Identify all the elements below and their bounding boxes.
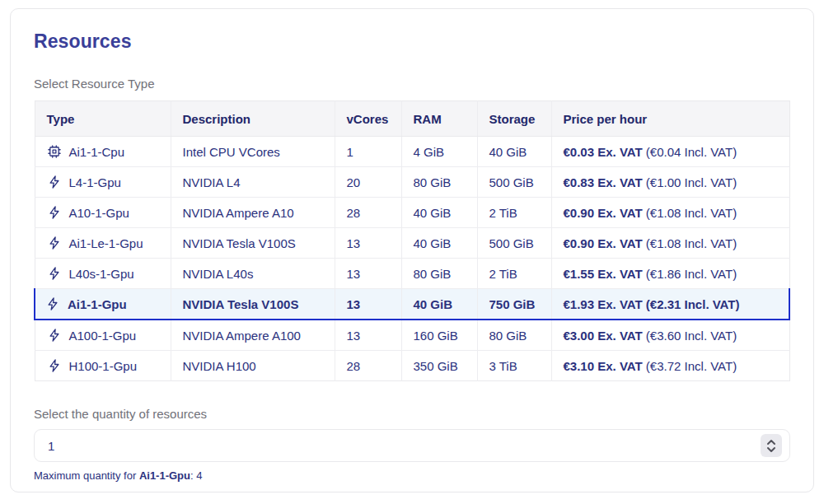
price-ex-vat: €1.55 Ex. VAT [564,267,643,281]
column-header: Storage [477,101,551,137]
lightning-bolt-icon [47,205,62,220]
resource-ram: 350 GiB [401,351,477,381]
table-row[interactable]: A10-1-Gpu NVIDIA Ampere A10 28 40 GiB 2 … [35,198,789,228]
resource-table-body: Ai1-1-Cpu Intel CPU VCores 1 4 GiB 40 Gi… [35,137,789,381]
table-row[interactable]: Ai1-1-Gpu NVIDIA Tesla V100S 13 40 GiB 7… [35,289,789,320]
column-header: Price per hour [551,101,789,137]
resource-price: €1.55 Ex. VAT (€1.86 Incl. VAT) [551,259,789,289]
resource-type-name: L4-1-Gpu [69,175,121,189]
quantity-stepper[interactable] [761,434,782,457]
price-incl-vat: (€2.31 Incl. VAT) [643,297,740,311]
resource-ram: 80 GiB [401,259,477,289]
quantity-value: 1 [48,439,54,453]
resource-ram: 40 GiB [401,289,477,320]
price-incl-vat: (€1.08 Incl. VAT) [643,206,737,220]
resource-price: €0.90 Ex. VAT (€1.08 Incl. VAT) [551,198,789,228]
resource-ram: 40 GiB [401,198,477,228]
table-row[interactable]: A100-1-Gpu NVIDIA Ampere A100 13 160 GiB… [35,320,789,351]
table-row[interactable]: L40s-1-Gpu NVIDIA L40s 13 80 GiB 2 TiB €… [35,259,789,289]
resource-ram: 40 GiB [401,228,477,259]
resource-vcores: 13 [335,259,401,289]
chevron-up-icon[interactable] [766,439,776,446]
max-quantity-resource: Ai1-1-Gpu [139,469,190,482]
column-header: vCores [335,101,401,137]
price-incl-vat: (€1.86 Incl. VAT) [643,267,737,281]
resource-vcores: 13 [335,289,401,320]
price-ex-vat: €3.10 Ex. VAT [564,359,643,373]
resource-description: NVIDIA L4 [171,167,335,198]
resource-ram: 4 GiB [401,137,477,167]
resource-description: NVIDIA L40s [171,259,335,289]
resource-price: €0.90 Ex. VAT (€1.08 Incl. VAT) [551,228,789,259]
page-title: Resources [34,30,790,53]
price-ex-vat: €0.90 Ex. VAT [564,206,643,220]
resource-storage: 2 TiB [477,198,551,228]
price-incl-vat: (€0.04 Incl. VAT) [643,145,737,159]
resource-type-name: A100-1-Gpu [69,329,137,343]
lightning-bolt-icon [47,175,62,189]
lightning-bolt-icon [47,328,62,343]
lightning-bolt-icon [47,266,62,281]
table-row[interactable]: Ai1-Le-1-Gpu NVIDIA Tesla V100S 13 40 Gi… [35,228,789,259]
price-ex-vat: €3.00 Ex. VAT [564,329,643,343]
resource-storage: 3 TiB [477,351,551,381]
resource-storage: 500 GiB [477,167,551,198]
table-row[interactable]: L4-1-Gpu NVIDIA L4 20 80 GiB 500 GiB €0.… [35,167,789,198]
resource-table: TypeDescriptionvCoresRAMStoragePrice per… [34,100,790,381]
resource-description: Intel CPU VCores [171,137,335,167]
quantity-label: Select the quantity of resources [34,407,790,421]
resource-type-name: Ai1-1-Cpu [69,145,125,159]
quantity-input[interactable]: 1 [34,429,790,462]
resource-type-name: Ai1-Le-1-Gpu [69,236,143,250]
resource-type-name: A10-1-Gpu [69,206,129,220]
resource-price: €3.00 Ex. VAT (€3.60 Incl. VAT) [551,320,789,351]
resource-description: NVIDIA Tesla V100S [171,289,335,320]
price-ex-vat: €0.83 Ex. VAT [564,175,643,189]
resource-storage: 500 GiB [477,228,551,259]
chevron-down-icon[interactable] [766,446,776,453]
resource-price: €0.03 Ex. VAT (€0.04 Incl. VAT) [551,137,789,167]
price-incl-vat: (€3.60 Incl. VAT) [643,329,737,343]
resource-description: NVIDIA H100 [171,351,335,381]
price-ex-vat: €0.03 Ex. VAT [564,145,643,159]
lightning-bolt-icon [47,358,62,373]
resource-ram: 160 GiB [401,320,477,351]
lightning-bolt-icon [47,236,62,250]
resource-type-name: L40s-1-Gpu [69,267,134,281]
resource-storage: 750 GiB [477,289,551,320]
resource-description: NVIDIA Ampere A100 [171,320,335,351]
resource-vcores: 20 [335,167,401,198]
resource-storage: 40 GiB [477,137,551,167]
resource-price: €0.83 Ex. VAT (€1.00 Incl. VAT) [551,167,789,198]
resource-price: €3.10 Ex. VAT (€3.72 Incl. VAT) [551,351,789,381]
resource-type-label: Select Resource Type [34,77,790,91]
resource-storage: 80 GiB [477,320,551,351]
resource-price: €1.93 Ex. VAT (€2.31 Incl. VAT) [551,289,789,320]
table-header-row: TypeDescriptionvCoresRAMStoragePrice per… [35,101,789,137]
resource-vcores: 13 [335,228,401,259]
cpu-chip-icon [47,144,62,159]
resource-type-name: H100-1-Gpu [69,359,138,373]
price-incl-vat: (€1.08 Incl. VAT) [643,236,737,250]
resource-description: NVIDIA Tesla V100S [171,228,335,259]
resource-type-name: Ai1-1-Gpu [68,297,127,311]
resource-ram: 80 GiB [401,167,477,198]
resource-vcores: 28 [335,351,401,381]
resources-card: Resources Select Resource Type TypeDescr… [10,8,814,492]
column-header: RAM [401,101,477,137]
price-incl-vat: (€1.00 Incl. VAT) [643,175,737,189]
resource-vcores: 28 [335,198,401,228]
resource-description: NVIDIA Ampere A10 [171,198,335,228]
lightning-bolt-icon [45,296,60,311]
column-header: Type [35,101,171,137]
column-header: Description [171,101,335,137]
max-quantity-note: Maximum quantity for Ai1-1-Gpu: 4 [34,469,790,482]
table-row[interactable]: H100-1-Gpu NVIDIA H100 28 350 GiB 3 TiB … [35,351,789,381]
price-incl-vat: (€3.72 Incl. VAT) [643,359,737,373]
resource-vcores: 1 [335,137,401,167]
price-ex-vat: €0.90 Ex. VAT [564,236,643,250]
resource-storage: 2 TiB [477,259,551,289]
resource-vcores: 13 [335,320,401,351]
table-row[interactable]: Ai1-1-Cpu Intel CPU VCores 1 4 GiB 40 Gi… [35,137,789,167]
price-ex-vat: €1.93 Ex. VAT [564,297,643,311]
